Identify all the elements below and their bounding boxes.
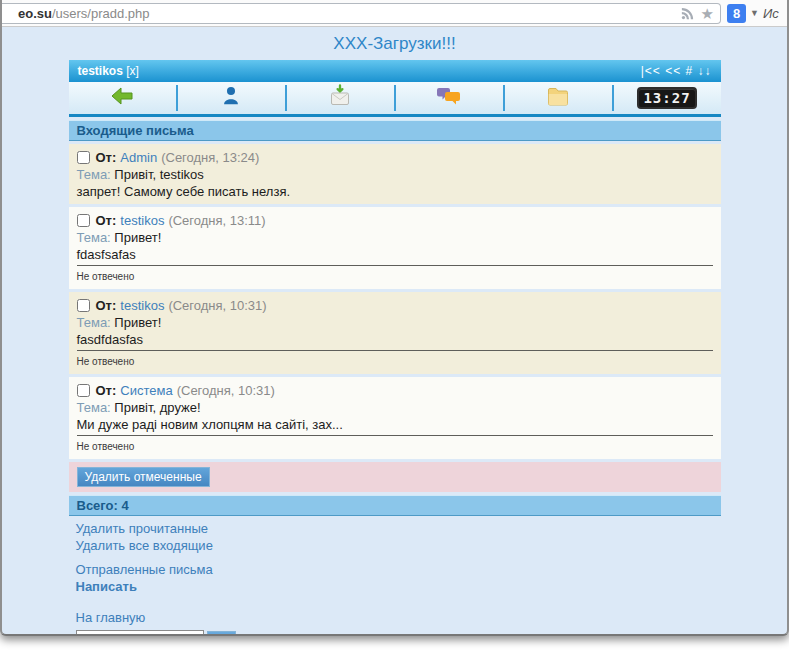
message-body: fdasfsafas xyxy=(77,246,713,266)
message-sender-link[interactable]: Система xyxy=(120,382,172,399)
url-path: /users/pradd.php xyxy=(52,6,150,21)
rss-icon[interactable] xyxy=(680,6,695,21)
browser-addressbar: eo.su/users/pradd.php ★ 8 ▼ Ис xyxy=(2,0,787,27)
quick-nav-form: Быстрый переход Go! xyxy=(76,630,714,635)
total-section-header: Всего: 4 xyxy=(69,495,721,516)
subject-label: Тема: xyxy=(77,230,111,245)
header-pagination-links[interactable]: |<< << # ↓↓ xyxy=(641,64,712,78)
username: testikos xyxy=(78,64,123,78)
delete-selected-bar: Удалить отмеченные xyxy=(69,462,721,492)
folder-icon xyxy=(546,85,570,111)
message-sender-link[interactable]: Admin xyxy=(120,149,157,166)
clock-cell: 13:27 xyxy=(614,82,721,114)
browser-extension-area: 8 ▼ Ис xyxy=(721,4,783,23)
quick-nav-select[interactable]: Быстрый переход xyxy=(76,630,204,635)
message-subject: Привет! xyxy=(114,230,161,245)
message-subject: Привет! xyxy=(114,315,161,330)
message-status: Не отвечено xyxy=(77,436,713,455)
from-label: От: xyxy=(96,297,117,314)
username-label: testikos [x] xyxy=(78,64,139,78)
message-item: От: Система (Сегодня, 10:31) Тема: Приві… xyxy=(69,377,721,459)
sent-messages-link[interactable]: Отправленные письма xyxy=(76,561,714,578)
message-sender-link[interactable]: testikos xyxy=(120,212,164,229)
profile-button[interactable] xyxy=(178,82,285,114)
message-sender-link[interactable]: testikos xyxy=(120,297,164,314)
message-body: Ми дуже раді новим хлопцям на сайті, зах… xyxy=(77,416,713,436)
subject-label: Тема: xyxy=(77,315,111,330)
go-button[interactable]: Go! xyxy=(207,631,236,635)
top-header-bar: testikos [x] |<< << # ↓↓ xyxy=(69,60,721,82)
bookmark-star-icon[interactable]: ★ xyxy=(701,6,714,21)
delete-read-link[interactable]: Удалить прочитанные xyxy=(76,520,714,537)
message-subject: Привіт, друже! xyxy=(114,400,200,415)
chat-bubbles-icon xyxy=(436,85,462,111)
subject-label: Тема: xyxy=(77,167,111,182)
message-item: От: testikos (Сегодня, 13:11) Тема: Прив… xyxy=(69,207,721,289)
menu-text: Ис xyxy=(763,6,779,21)
logout-link[interactable]: [x] xyxy=(126,64,139,78)
message-checkbox[interactable] xyxy=(77,299,90,312)
inbox-button[interactable] xyxy=(287,82,394,114)
message-status: Не отвечено xyxy=(77,351,713,370)
home-link[interactable]: На главную xyxy=(76,609,714,626)
message-checkbox[interactable] xyxy=(77,384,90,397)
action-links: Удалить прочитанные Удалить все входящие… xyxy=(69,516,721,635)
chat-button[interactable] xyxy=(396,82,503,114)
files-button[interactable] xyxy=(505,82,612,114)
back-button[interactable] xyxy=(69,82,176,114)
message-date: (Сегодня, 13:11) xyxy=(168,212,265,229)
subject-label: Тема: xyxy=(77,400,111,415)
from-label: От: xyxy=(96,212,117,229)
message-date: (Сегодня, 10:31) xyxy=(168,297,266,314)
message-status: Не отвечено xyxy=(77,266,713,285)
inbox-section-header: Входящие письма xyxy=(69,120,721,141)
message-checkbox[interactable] xyxy=(77,151,90,164)
compose-link[interactable]: Написать xyxy=(76,578,714,595)
from-label: От: xyxy=(96,149,117,166)
message-date: (Сегодня, 10:31) xyxy=(177,382,275,399)
browser-window: eo.su/users/pradd.php ★ 8 ▼ Ис XXX-Загру… xyxy=(0,0,789,636)
message-checkbox[interactable] xyxy=(77,214,90,227)
message-item: От: testikos (Сегодня, 10:31) Тема: Прив… xyxy=(69,292,721,374)
chevron-down-icon[interactable]: ▼ xyxy=(750,8,759,18)
url-field[interactable]: eo.su/users/pradd.php ★ xyxy=(2,3,721,24)
user-icon xyxy=(220,85,242,111)
search-engine-badge[interactable]: 8 xyxy=(727,4,746,23)
from-label: От: xyxy=(96,382,117,399)
icon-toolbar: 13:27 xyxy=(69,82,721,117)
message-body: запрет! Самому себе писать нелзя. xyxy=(77,183,713,200)
back-arrow-icon xyxy=(110,85,134,111)
message-body: fasdfdasfas xyxy=(77,331,713,351)
message-subject: Привіт, testikos xyxy=(114,167,203,182)
message-item: От: Admin (Сегодня, 13:24) Тема: Привіт,… xyxy=(69,144,721,204)
mail-download-icon xyxy=(328,84,352,112)
digital-clock: 13:27 xyxy=(637,87,696,109)
delete-all-link[interactable]: Удалить все входящие xyxy=(76,537,714,554)
page-viewport: XXX-Загрузки!!! testikos [x] |<< << # ↓↓ xyxy=(2,27,787,635)
url-host: eo.su xyxy=(18,6,52,21)
page-title: XXX-Загрузки!!! xyxy=(8,34,781,54)
message-date: (Сегодня, 13:24) xyxy=(161,149,259,166)
delete-selected-button[interactable]: Удалить отмеченные xyxy=(77,467,210,487)
content-column: testikos [x] |<< << # ↓↓ xyxy=(69,60,721,635)
